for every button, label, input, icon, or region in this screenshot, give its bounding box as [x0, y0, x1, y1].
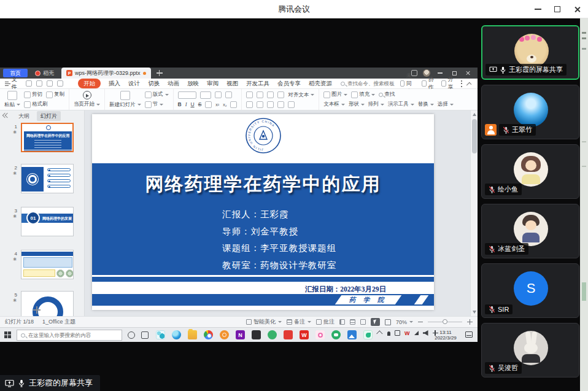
participant-tile[interactable]: 冰蓝剑圣	[481, 204, 579, 258]
scrollbar-thumb[interactable]	[472, 119, 477, 153]
slide-sorter-icon[interactable]	[350, 319, 355, 325]
start-button[interactable]	[4, 331, 12, 339]
slide-thumbnail-2[interactable]	[21, 164, 74, 193]
add-slide-button[interactable]	[32, 306, 42, 314]
select-button[interactable]: 选择	[438, 101, 454, 108]
find-button[interactable]: 查找	[379, 91, 395, 98]
comments-button[interactable]: 批注	[316, 318, 335, 326]
underline-button[interactable]: U	[190, 101, 194, 107]
justify-icon[interactable]	[277, 101, 284, 108]
tray-display-icon[interactable]	[395, 330, 400, 336]
zoom-slider-knob[interactable]	[443, 319, 447, 324]
chrome-icon[interactable]	[204, 330, 213, 339]
section-button[interactable]: 节	[145, 101, 164, 108]
participant-tile[interactable]: 吴浚哲	[481, 323, 579, 377]
onenote-icon[interactable]: N	[236, 330, 245, 339]
vertical-scrollbar[interactable]	[470, 110, 478, 316]
collapse-ribbon-icon[interactable]	[466, 82, 471, 87]
participant-tile-sharing[interactable]: 王彩霞的屏幕共享	[481, 25, 579, 80]
command-search[interactable]	[341, 80, 400, 87]
collapse-panel-icon[interactable]	[3, 114, 8, 118]
tab-home[interactable]: 开始	[78, 79, 101, 88]
zoom-slider[interactable]	[428, 322, 462, 323]
tab-member[interactable]: 会员专享	[277, 80, 301, 88]
align-right-icon[interactable]	[267, 101, 274, 108]
red-app-icon[interactable]	[284, 330, 293, 339]
tab-docer-resources[interactable]: 稻壳资源	[309, 80, 332, 88]
cut-button[interactable]: 剪切	[24, 91, 42, 98]
textbox-button[interactable]: 文本框	[323, 101, 345, 108]
subscript-button[interactable]: x₂	[223, 103, 226, 107]
new-tab-button[interactable]	[155, 68, 164, 78]
command-search-input[interactable]	[347, 80, 400, 87]
notes-button[interactable]: 备注	[287, 318, 311, 326]
tab-outline[interactable]: 大纲	[18, 112, 29, 120]
superscript-button[interactable]: x²	[215, 103, 219, 107]
more-options-icon[interactable]	[461, 80, 462, 87]
flower-app-icon[interactable]	[315, 330, 325, 339]
green-app-icon[interactable]	[268, 330, 277, 339]
participant-tile[interactable]: 绘小鱼	[481, 144, 579, 199]
close-button[interactable]	[567, 0, 587, 18]
network-icon[interactable]	[414, 331, 419, 335]
file-explorer-icon[interactable]	[188, 330, 197, 339]
replace-button[interactable]: 替换	[418, 101, 434, 108]
slide-canvas[interactable]: JILIN UNIVERSITY CHINA 网络药理学在药学中的应用 汇报人：…	[92, 114, 434, 310]
italic-button[interactable]: I	[185, 101, 187, 107]
strikethrough-button[interactable]: S	[198, 101, 202, 107]
beautify-button[interactable]: 智能美化	[246, 318, 282, 326]
save-icon[interactable]	[26, 80, 32, 87]
format-painter-button[interactable]: 格式刷	[24, 101, 48, 108]
reading-view-icon[interactable]	[360, 319, 366, 325]
cortana-icon[interactable]	[128, 331, 135, 339]
play-from-current-button[interactable]: 当页开始	[74, 91, 100, 108]
bullets-icon[interactable]	[246, 91, 253, 98]
font-name-box[interactable]	[178, 91, 196, 99]
tray-mic-icon[interactable]	[387, 331, 390, 336]
participant-tile[interactable]: S SIR	[481, 263, 579, 318]
layout-button[interactable]: 版式	[145, 91, 169, 98]
taskbar-clock[interactable]: 13:11 2022/3/29	[430, 330, 462, 341]
tab-view[interactable]: 视图	[226, 80, 238, 88]
decrease-font-icon[interactable]	[225, 91, 232, 98]
wechat-reading-icon[interactable]	[331, 330, 341, 339]
align-center-icon[interactable]	[257, 101, 263, 108]
slide-thumbnail-4[interactable]	[21, 250, 74, 279]
slide-thumbnail-1[interactable]: 网络药理学在药学中的应用	[21, 123, 74, 152]
undo-icon[interactable]	[47, 80, 53, 87]
tab-transition[interactable]: 切换	[148, 80, 160, 88]
arrange-button[interactable]: 排列	[368, 101, 384, 108]
tab-insert[interactable]: 插入	[109, 80, 120, 88]
participant-tile[interactable]: 王翠竹	[481, 85, 579, 139]
fit-slide-icon[interactable]	[385, 319, 391, 325]
chemdraw-app-icon[interactable]	[156, 330, 165, 339]
normal-view-icon[interactable]	[339, 319, 345, 325]
indent-increase-icon[interactable]	[277, 91, 284, 98]
scroll-down-icon[interactable]	[473, 311, 476, 314]
align-text-button[interactable]: 对齐文本	[288, 91, 314, 99]
maximize-button[interactable]	[547, 0, 567, 18]
action-center-icon[interactable]	[465, 331, 473, 338]
pointer-tool[interactable]	[371, 318, 380, 326]
tab-developer[interactable]: 开发工具	[246, 80, 269, 88]
paste-button[interactable]: 粘贴	[4, 91, 20, 109]
line-spacing-icon[interactable]	[288, 101, 295, 108]
tray-expand-icon[interactable]	[376, 331, 382, 337]
taskbar-search-input[interactable]	[28, 332, 114, 338]
zoom-out-icon[interactable]	[418, 322, 423, 323]
taskbar-search[interactable]	[17, 330, 122, 341]
zoom-in-icon[interactable]	[467, 319, 473, 325]
tab-slides[interactable]: 幻灯片	[37, 111, 61, 121]
wps-app-icon[interactable]: W	[300, 330, 309, 339]
edge-icon[interactable]	[172, 330, 181, 339]
minimize-button[interactable]	[528, 0, 547, 18]
dark-app-icon[interactable]	[252, 330, 261, 339]
task-view-icon[interactable]	[141, 331, 149, 339]
search-app-icon[interactable]	[220, 330, 229, 339]
photos-app-icon[interactable]	[347, 330, 357, 339]
font-color-icon[interactable]	[205, 101, 212, 108]
document-tab[interactable]: P wps-网络药理学-0329.pptx	[61, 68, 151, 79]
new-slide-button[interactable]: 新建幻灯片	[109, 91, 141, 109]
slide-thumbnail-5[interactable]	[21, 291, 74, 316]
highlight-icon[interactable]	[230, 101, 237, 108]
